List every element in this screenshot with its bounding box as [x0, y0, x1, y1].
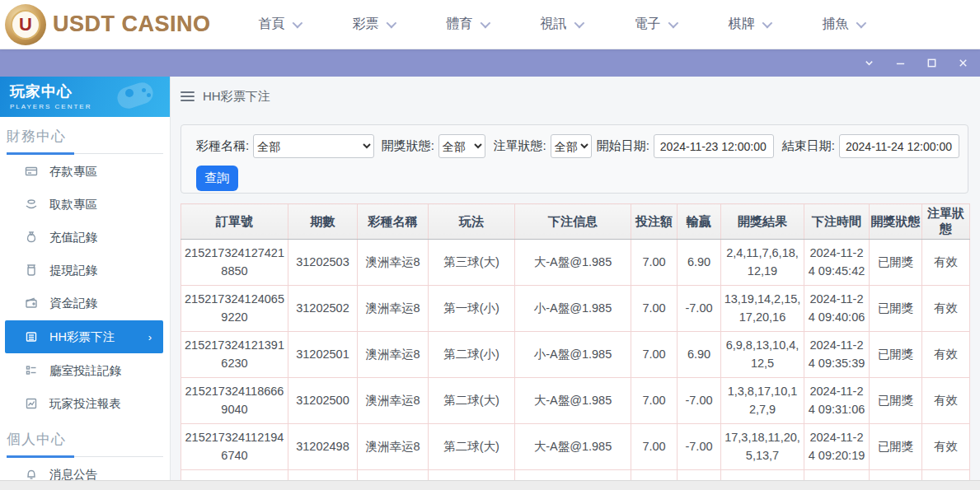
sidebar-item-recharge-record[interactable]: 充值記錄	[0, 221, 170, 254]
cell-bet-info: 小-A盤@1.985	[515, 332, 631, 378]
nav-item-live[interactable]: 視訊	[541, 16, 582, 33]
cell-order-status: 有效	[922, 378, 970, 424]
nav-item-home[interactable]: 首頁	[259, 16, 300, 33]
sidebar-item-messages[interactable]: 消息公告	[0, 458, 170, 480]
cell-play-type: 第二球(大)	[429, 424, 515, 470]
cell-play-type: 第三球(大)	[429, 240, 515, 286]
top-header: U USDT CASINO 首頁 彩票 體育 視訊 電子	[0, 0, 980, 49]
cell-bet-amount: 7.00	[631, 378, 678, 424]
cell-win-loss: 6.90	[678, 240, 721, 286]
column-header: 期數	[288, 204, 358, 240]
funds-wallet-icon	[25, 296, 39, 310]
cell-play-type: 第二球(大)	[429, 378, 515, 424]
column-header: 下注時間	[804, 204, 870, 240]
cell-bet-amount: 7.00	[631, 424, 678, 470]
sidebar-item-lottery-bets[interactable]: HH彩票下注 ›	[5, 320, 163, 353]
sidebar-item-player-report[interactable]: 玩家投注報表	[0, 387, 170, 420]
cell-lottery-name: 澳洲幸运8	[358, 286, 429, 332]
order-status-select[interactable]: 全部	[551, 134, 592, 158]
sidebar-item-label: HH彩票下注	[49, 329, 115, 345]
page-title: HH彩票下注	[203, 89, 270, 105]
window-minimize-button[interactable]	[894, 58, 906, 69]
nav-label: 首頁	[259, 16, 285, 33]
table-row-partial	[181, 470, 970, 480]
draw-status-filter-label: 開獎狀態:	[382, 138, 434, 154]
sidebar-item-funds-record[interactable]: 資金記錄	[0, 287, 170, 320]
nav-label: 棋牌	[729, 16, 755, 33]
sidebar-item-label: 廳室投註記錄	[49, 363, 121, 379]
cell-win-loss: -7.00	[678, 424, 721, 470]
chevron-down-icon	[574, 18, 584, 29]
lottery-filter-label: 彩種名稱:	[196, 138, 249, 154]
cell-bet-time: 2024-11-24 09:40:06	[804, 286, 870, 332]
app-window: U USDT CASINO 首頁 彩票 體育 視訊 電子	[0, 0, 980, 490]
window-chevron-button[interactable]	[863, 58, 874, 69]
sidebar-item-deposit[interactable]: 存款專區	[0, 155, 170, 188]
report-chart-icon	[25, 397, 39, 411]
sidebar-item-label: 取款專區	[49, 197, 97, 212]
chevron-down-icon	[386, 18, 396, 29]
cell-order-status: 有效	[922, 240, 970, 286]
sidebar-item-label: 資金記錄	[49, 296, 97, 311]
nav-item-slots[interactable]: 電子	[635, 16, 676, 33]
gamepad-decoration-icon	[109, 82, 158, 114]
nav-item-cards[interactable]: 棋牌	[729, 16, 770, 33]
nav-item-sports[interactable]: 體育	[447, 16, 488, 33]
main-content: HH彩票下注 彩種名稱: 全部 開獎狀態: 全部 注單狀態: 全部	[171, 77, 980, 480]
horizontal-scrollbar-track[interactable]	[0, 480, 980, 490]
cell-order-status: 有效	[922, 286, 970, 332]
cell-bet-info: 大-A盤@1.985	[515, 240, 631, 286]
chevron-down-icon	[856, 18, 866, 29]
start-date-input[interactable]	[654, 134, 774, 158]
hamburger-menu-icon[interactable]	[181, 91, 195, 101]
cell-draw-result: 1,3,8,17,10,12,7,9	[721, 378, 804, 424]
sidebar: 玩家中心 PLAYERS CENTER 財務中心 存款專區 取款專區	[0, 77, 171, 480]
table-body: 2152173241274218850 31202503 澳洲幸运8 第三球(大…	[181, 240, 970, 470]
order-status-filter-label: 注單狀態:	[493, 138, 546, 154]
chevron-down-icon	[480, 18, 490, 29]
cell-order-no: 2152173241186669040	[181, 378, 288, 424]
cell-period: 31202498	[288, 424, 358, 470]
cell-period: 31202502	[288, 286, 358, 332]
cell-order-status: 有效	[922, 332, 970, 378]
brand[interactable]: U USDT CASINO	[5, 4, 211, 45]
cell-order-no: 2152173241274218850	[181, 240, 288, 286]
section-title: 財務中心	[7, 127, 170, 146]
section-personal: 個人中心	[7, 430, 170, 458]
room-record-icon	[25, 364, 39, 378]
nav-item-fishing[interactable]: 捕魚	[823, 16, 864, 33]
cell-order-no: 2152173241213916230	[181, 332, 288, 378]
table-row: 2152173241186669040 31202500 澳洲幸运8 第二球(大…	[181, 378, 970, 424]
brand-logo-icon: U	[5, 4, 46, 45]
section-finance: 財務中心	[7, 127, 170, 155]
search-button[interactable]: 查詢	[196, 166, 238, 191]
end-date-input[interactable]	[839, 134, 959, 158]
cell-draw-result: 2,4,11,7,6,18,12,19	[721, 240, 804, 286]
cell-win-loss: -7.00	[678, 378, 721, 424]
nav-label: 體育	[447, 16, 473, 33]
window-maximize-button[interactable]	[926, 58, 937, 69]
draw-status-select[interactable]: 全部	[438, 134, 486, 158]
workspace: 玩家中心 PLAYERS CENTER 財務中心 存款專區 取款專區	[0, 77, 980, 480]
nav-item-lottery[interactable]: 彩票	[353, 16, 394, 33]
cell-bet-amount: 7.00	[631, 240, 678, 286]
sidebar-item-withdrawal-record[interactable]: 提現記錄	[0, 254, 170, 287]
lottery-select[interactable]: 全部	[253, 134, 374, 158]
filter-row: 彩種名稱: 全部 開獎狀態: 全部 注單狀態: 全部 開始日期: 結束日期:	[196, 134, 968, 158]
breadcrumb: HH彩票下注	[181, 77, 968, 116]
end-date-label: 結束日期:	[782, 138, 835, 154]
column-header: 彩種名稱	[358, 204, 429, 240]
column-header: 注單狀態	[922, 204, 970, 240]
cell-draw-status: 已開獎	[870, 378, 922, 424]
window-close-button[interactable]	[957, 58, 968, 69]
cell-bet-time: 2024-11-24 09:45:42	[804, 240, 870, 286]
sidebar-item-room-bet-record[interactable]: 廳室投註記錄	[0, 354, 170, 387]
message-bell-icon	[25, 468, 39, 481]
logo-letter: U	[11, 10, 40, 40]
cell-bet-info: 大-A盤@1.985	[515, 424, 631, 470]
table-header-row: 訂單號期數彩種名稱玩法下注信息投注額輸贏開獎結果下注時間開獎狀態注單狀態	[181, 204, 970, 240]
chevron-down-icon	[668, 18, 678, 29]
section-underline	[7, 152, 163, 155]
column-header: 玩法	[429, 204, 515, 240]
sidebar-item-withdraw[interactable]: 取款專區	[0, 188, 170, 221]
